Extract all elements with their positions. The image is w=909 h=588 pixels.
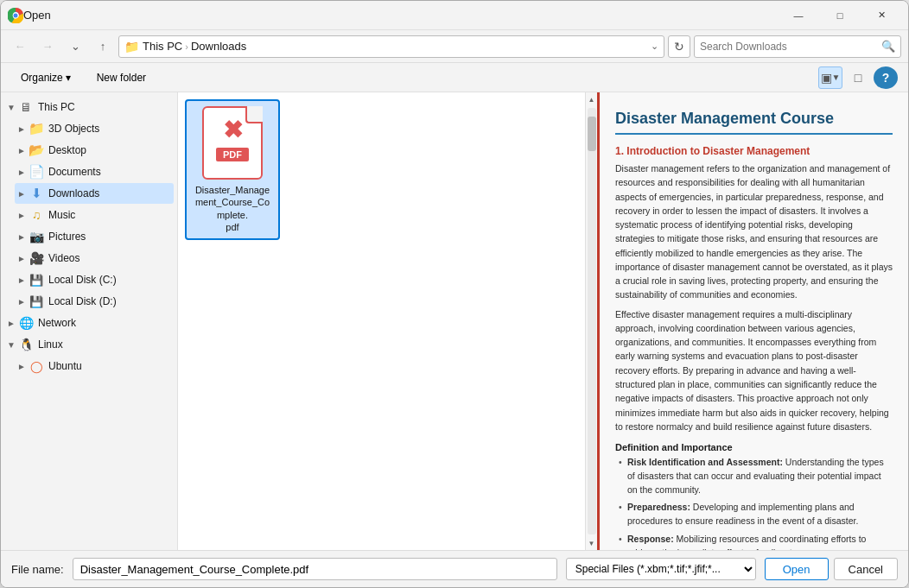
search-input[interactable] [700,41,881,53]
help-button[interactable]: ? [874,66,898,89]
sidebar-label-this-pc: This PC [38,101,75,113]
titlebar: Open — □ ✕ [1,1,908,30]
acrobat-symbol: ✖ [223,116,243,144]
sidebar-item-desktop[interactable]: ► 📂 Desktop [15,140,174,161]
sidebar-label-linux: Linux [38,338,63,351]
dialog-title: Open [23,9,779,22]
forward-button[interactable]: → [35,35,60,59]
expand-icon: ► [15,140,29,161]
preview-bullet-2: Preparedness: Developing and implementin… [615,501,893,528]
expand-icon: ► [15,226,29,247]
pdf-icon-container: ✖ PDF [198,106,267,184]
view-controls: ▣ ▼ □ ? [818,66,898,89]
organize-label: Organize [21,72,63,84]
sidebar-item-videos[interactable]: ► 🎥 Videos [15,248,174,269]
address-dropdown-icon[interactable]: ⌄ [651,41,658,52]
expand-icon: ► [15,161,29,182]
folder-icon: 📁 [124,40,139,54]
navigation-toolbar: ← → ⌄ ↑ 📁 This PC › Downloads ⌄ ↻ 🔍 [1,30,908,63]
scroll-thumb[interactable] [588,117,596,151]
file-item[interactable]: ✖ PDF Disaster_Management_Course_Complet… [185,99,280,240]
pictures-icon: 📷 [29,229,44,244]
sidebar-label-3d-objects: 3D Objects [48,123,99,135]
dropdown-button[interactable]: ⌄ [63,35,87,59]
sidebar-label-local-d: Local Disk (D:) [48,295,117,307]
view-mode-button[interactable]: ▣ ▼ [818,66,842,89]
expand-icon: ► [15,183,29,204]
minimize-button[interactable]: — [779,2,818,29]
organize-bar: Organize ▾ New folder ▣ ▼ □ ? [1,63,908,92]
new-folder-button[interactable]: New folder [87,67,156,88]
sidebar-item-music[interactable]: ► ♫ Music [15,205,174,225]
expand-icon: ► [15,248,29,269]
pdf-label: PDF [216,148,249,161]
preview-paragraph-2: Effective disaster management requires a… [615,307,893,433]
sidebar-item-this-pc[interactable]: ▼ 🖥 This PC [4,97,174,117]
sidebar-item-local-d[interactable]: ► 💾 Local Disk (D:) [15,291,174,312]
app-icon [8,8,23,23]
sidebar-label-videos: Videos [48,252,79,264]
preview-doc-title: Disaster Management Course [615,110,893,135]
ubuntu-icon: ◯ [29,358,44,374]
main-content: ▼ 🖥 This PC ► 📁 3D Objects ► 📂 Desktop ►… [1,92,908,550]
network-icon: 🌐 [18,315,34,331]
scroll-up-button[interactable]: ▲ [586,92,598,106]
pc-icon: 🖥 [18,99,34,115]
sidebar-item-linux[interactable]: ▼ 🐧 Linux [4,334,174,355]
search-icon: 🔍 [881,40,895,53]
preview-pane: Disaster Management Course 1. Introducti… [597,92,908,550]
file-list: ✖ PDF Disaster_Management_Course_Complet… [178,92,585,550]
sidebar-item-3d-objects[interactable]: ► 📁 3D Objects [15,118,174,139]
sidebar-item-downloads[interactable]: ► ⬇ Downloads [15,183,174,204]
scroll-down-button[interactable]: ▼ [586,536,598,550]
svg-point-2 [14,13,18,17]
refresh-button[interactable]: ↻ [668,35,690,58]
maximize-button[interactable]: □ [820,2,860,29]
breadcrumb: This PC › Downloads [143,40,246,53]
filetype-select[interactable]: Special Files (*.xbm;*.tif;*.jfif;*... [566,558,756,580]
disk-d-icon: 💾 [29,294,44,309]
expand-icon: ▼ [4,334,18,355]
sidebar-item-local-c[interactable]: ► 💾 Local Disk (C:) [15,269,174,290]
preview-bullet-3: Response: Mobilizing resources and coord… [615,533,893,550]
expand-icon: ► [15,356,29,376]
filename-input[interactable] [73,558,557,580]
linux-icon: 🐧 [18,337,34,352]
preview-pane-button[interactable]: □ [846,66,870,89]
breadcrumb-sep: › [185,41,188,52]
folder-icon: 📁 [29,121,44,136]
expand-icon: ► [15,269,29,290]
sidebar-item-documents[interactable]: ► 📄 Documents [15,161,174,182]
back-button[interactable]: ← [8,35,32,59]
pane-icon: □ [855,71,861,85]
organize-arrow-icon: ▾ [66,72,71,84]
documents-icon: 📄 [29,164,44,180]
pdf-shape: ✖ PDF [202,106,263,180]
file-area: ✖ PDF Disaster_Management_Course_Complet… [178,92,597,550]
disk-c-icon: 💾 [29,272,44,288]
preview-paragraph-1: Disaster management refers to the organi… [615,161,893,302]
sidebar-label-documents: Documents [48,166,101,178]
sidebar-item-pictures[interactable]: ► 📷 Pictures [15,226,174,247]
preview-def-title: Definition and Importance [615,442,893,452]
view-icon: ▣ [821,71,832,85]
sidebar-label-desktop: Desktop [48,144,86,156]
sidebar-label-local-c: Local Disk (C:) [48,274,117,286]
sidebar-item-network[interactable]: ► 🌐 Network [4,313,174,333]
address-bar[interactable]: 📁 This PC › Downloads ⌄ [118,35,664,58]
bottom-bar: File name: Special Files (*.xbm;*.tif;*.… [1,550,908,587]
breadcrumb-part2: Downloads [191,40,246,53]
preview-bullet-1: Risk Identification and Assessment: Unde… [615,456,893,496]
cancel-button[interactable]: Cancel [834,558,898,580]
organize-button[interactable]: Organize ▾ [11,67,80,88]
open-button[interactable]: Open [765,558,829,580]
close-button[interactable]: ✕ [861,2,901,29]
up-button[interactable]: ↑ [91,35,115,59]
sidebar-label-pictures: Pictures [48,231,86,243]
desktop-folder-icon: 📂 [29,142,44,158]
sidebar-item-ubuntu[interactable]: ► ◯ Ubuntu [15,356,174,376]
expand-icon: ► [15,118,29,139]
breadcrumb-part1: This PC [143,40,182,53]
downloads-icon: ⬇ [29,186,44,201]
vertical-scrollbar[interactable]: ▲ ▼ [585,92,597,550]
